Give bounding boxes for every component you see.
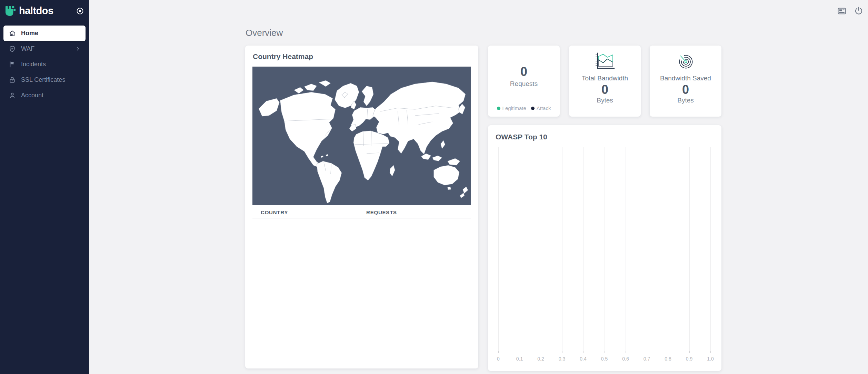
owasp-top10-card: OWASP Top 10 00.10.20.30.40.50.60.70.80.… [488, 125, 721, 371]
column-header-country[interactable]: COUNTRY [261, 209, 288, 215]
chart-gridline [626, 147, 626, 351]
home-icon [9, 30, 16, 37]
sidebar-item-label: Incidents [21, 61, 80, 68]
x-axis-tick-label: 0.9 [686, 356, 692, 362]
x-axis-tick [668, 351, 668, 353]
x-axis-tick [626, 351, 626, 353]
legitimate-dot [497, 107, 500, 110]
sidebar-item-label: Home [21, 30, 80, 37]
x-axis-tick [520, 351, 520, 353]
brand: haltdos [0, 0, 89, 17]
chevron-right-icon [75, 46, 80, 51]
x-axis-tick-label: 0.2 [537, 356, 544, 362]
sidebar-item-label: SSL Certificates [21, 76, 80, 83]
chart-gridline [605, 147, 605, 351]
chart-gridline [689, 147, 690, 351]
sidebar-item-ssl-certificates[interactable]: SSL Certificates [3, 72, 86, 88]
chart-gridline [520, 147, 520, 351]
bandwidth-saved-value: 0 [682, 83, 689, 97]
total-bandwidth-value: 0 [601, 83, 608, 97]
flag-icon [9, 61, 16, 68]
brand-name: haltdos [19, 5, 76, 17]
bandwidth-saved-stat-card: Bandwidth Saved 0 Bytes [650, 46, 721, 117]
sidebar-item-account[interactable]: Account [3, 88, 86, 103]
requests-legend: Legitimate Attack [488, 105, 560, 111]
topbar [837, 6, 864, 16]
x-axis-tick-label: 0.4 [580, 356, 586, 362]
sidebar-nav: Home WAF [0, 26, 89, 103]
x-axis-tick-label: 1.0 [707, 356, 714, 362]
chart-gridline [541, 147, 541, 351]
total-bandwidth-unit: Bytes [597, 97, 613, 104]
x-axis-tick-label: 0.3 [559, 356, 565, 362]
chart-gridline [710, 147, 711, 351]
news-card-icon[interactable] [837, 6, 847, 16]
x-axis-tick [583, 351, 583, 353]
bandwidth-saved-label: Bandwidth Saved [660, 75, 711, 82]
sidebar-item-label: WAF [21, 45, 70, 52]
legend-item-attack: Attack [531, 105, 551, 111]
requests-value: 0 [520, 65, 527, 79]
x-axis-tick-label: 0.6 [622, 356, 629, 362]
x-axis-tick [710, 351, 711, 353]
x-axis-tick-label: 0.7 [643, 356, 650, 362]
power-icon[interactable] [854, 6, 864, 16]
world-map-svg [252, 67, 471, 205]
card-title: OWASP Top 10 [488, 125, 721, 141]
page-title: Overview [246, 28, 283, 38]
x-axis-tick-label: 0.5 [601, 356, 608, 362]
sidebar-item-label: Account [21, 92, 80, 99]
requests-label: Requests [510, 80, 538, 88]
circle-dot-icon[interactable] [76, 7, 84, 15]
chart-gridline [583, 147, 583, 351]
sidebar: haltdos Home [0, 0, 89, 374]
country-heatmap-card: Country Heatmap [245, 46, 478, 368]
x-axis-tick [647, 351, 647, 353]
column-header-requests[interactable]: REQUESTS [366, 209, 397, 215]
x-axis-tick-label: 0 [497, 356, 500, 362]
x-axis-tick [541, 351, 541, 353]
lock-icon [9, 76, 16, 83]
x-axis-tick [689, 351, 690, 353]
x-axis-tick-label: 0.8 [665, 356, 671, 362]
total-bandwidth-stat-card: Total Bandwidth 0 Bytes [569, 46, 641, 117]
owasp-chart-plot[interactable]: 00.10.20.30.40.50.60.70.80.91.0 [498, 147, 710, 351]
heatmap-table-header: COUNTRY REQUESTS [252, 205, 471, 218]
heatmap-table: COUNTRY REQUESTS [252, 205, 471, 218]
card-title: Country Heatmap [245, 46, 478, 61]
shield-icon [9, 45, 16, 52]
fist-icon [5, 6, 16, 16]
total-bandwidth-label: Total Bandwidth [582, 75, 628, 82]
legend-label: Legitimate [502, 105, 526, 111]
x-axis-tick [498, 351, 499, 353]
user-icon [9, 92, 16, 99]
sidebar-item-home[interactable]: Home [3, 26, 86, 41]
legend-item-legitimate: Legitimate [497, 105, 526, 111]
chart-gridline [562, 147, 562, 351]
world-map[interactable] [252, 67, 471, 205]
chart-gridline [647, 147, 647, 351]
app-root: haltdos Home [0, 0, 868, 374]
requests-stat-card: 0 Requests Legitimate Attack [488, 46, 560, 117]
sidebar-item-waf[interactable]: WAF [3, 41, 86, 57]
chart-gridline [668, 147, 668, 351]
sidebar-item-incidents[interactable]: Incidents [3, 57, 86, 72]
attack-dot [531, 107, 535, 110]
bandwidth-saved-unit: Bytes [677, 97, 694, 104]
x-axis-tick [562, 351, 562, 353]
x-axis-tick [605, 351, 605, 353]
area-chart-icon [594, 52, 616, 70]
radar-icon [676, 52, 695, 70]
chart-gridline [498, 147, 499, 351]
x-axis-tick-label: 0.1 [516, 356, 523, 362]
legend-label: Attack [537, 105, 551, 111]
